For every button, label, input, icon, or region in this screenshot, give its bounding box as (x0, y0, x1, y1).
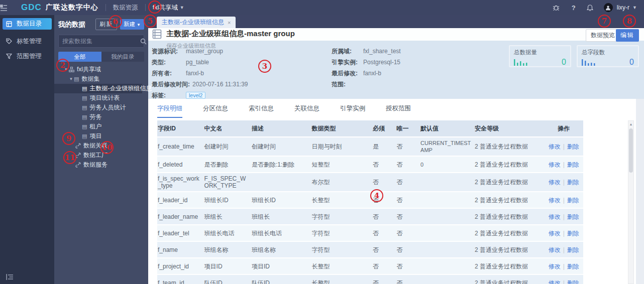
tree-node-label: fxl共享域 (77, 65, 101, 74)
delete-row-link[interactable]: 删除 (567, 230, 579, 237)
cell-field-default (420, 198, 474, 202)
cell-field-security: 2 普通业务过程数据 (474, 228, 544, 239)
stat-card-total-data: 总数据量 0 (509, 45, 571, 67)
edit-row-link[interactable]: 修改 (549, 179, 561, 186)
tab-partition-info[interactable]: 分区信息 (203, 104, 228, 118)
tab-my-catalog[interactable]: 我的目录 (101, 52, 145, 62)
menu-data-resource[interactable]: 数据资源 (113, 4, 138, 12)
delete-row-link[interactable]: 删除 (567, 246, 579, 253)
search-input[interactable] (62, 38, 140, 45)
sidebar-item-tag-management[interactable]: 标签管理 (0, 34, 54, 49)
meta-label: 所属域: (332, 48, 361, 55)
cell-field-desc: 班组长ID (251, 195, 311, 206)
cell-operations: 修改|删除 (544, 261, 583, 272)
divider (145, 4, 146, 11)
tag-level2-chip[interactable]: level2 (186, 92, 205, 99)
cell-field-name: 班组名称 (204, 244, 251, 255)
gdc-logo: GDC (21, 3, 42, 13)
cell-operations: 修改|删除 (544, 159, 583, 170)
close-tab-icon[interactable]: × (228, 20, 231, 26)
scrollbar-thumb[interactable] (629, 128, 633, 173)
table-scrollbar[interactable]: ▲ (628, 120, 634, 284)
table-row: f_deleted是否删除是否删除:1:删除短整型否否02 普通业务过程数据修改… (157, 157, 583, 172)
cell-field-security: 2 普通业务过程数据 (474, 141, 544, 152)
delete-row-link[interactable]: 删除 (567, 213, 579, 220)
domain-icon (69, 67, 74, 72)
table-row: f_leader_tel班组长电话班组长电话字符型否否2 普通业务过程数据修改|… (157, 225, 583, 241)
username[interactable]: lixy-r (617, 4, 629, 11)
tab-engine-instance[interactable]: 引擎实例 (340, 104, 365, 118)
cell-field-required: 否 (372, 159, 396, 170)
tree-node-dataset[interactable]: ▤ 项目统计表 (54, 93, 148, 103)
delete-row-link[interactable]: 删除 (567, 179, 579, 186)
edit-button[interactable]: 编辑 (616, 29, 639, 42)
user-chevron-down-icon[interactable]: ▼ (632, 5, 637, 10)
sidebar-item-data-catalog[interactable]: 数据目录 (3, 18, 52, 30)
dataset-icon: ▤ (82, 95, 87, 101)
delete-row-link[interactable]: 删除 (567, 161, 579, 168)
cell-field-id: f_is_spec_work_type (157, 173, 204, 191)
edit-row-link[interactable]: 修改 (549, 230, 561, 237)
cell-field-type: 字符型 (311, 244, 372, 255)
edit-row-link[interactable]: 修改 (549, 246, 561, 253)
op-separator: | (563, 246, 565, 253)
edit-row-link[interactable]: 修改 (549, 143, 561, 150)
scroll-up-icon[interactable]: ▲ (628, 121, 633, 127)
edit-row-link[interactable]: 修改 (549, 197, 561, 204)
expand-caret-icon[interactable]: ▼ (68, 77, 74, 81)
delete-row-link[interactable]: 删除 (567, 143, 579, 150)
delete-row-link[interactable]: 删除 (567, 263, 579, 270)
edit-row-link[interactable]: 修改 (549, 279, 561, 284)
new-button[interactable]: 新建 ▼ (120, 19, 144, 30)
cell-field-type: 短整型 (311, 159, 372, 170)
tree-node-label: 数据服务 (83, 161, 108, 169)
cell-field-name: 队伍ID (204, 277, 251, 284)
tree-node-dataset-selected[interactable]: ▤ 主数据-企业级班组信息 (54, 84, 142, 93)
avatar[interactable] (604, 3, 613, 12)
tree-node-dataset[interactable]: ▤ 劳务 (54, 112, 148, 122)
collapse-sidebar-icon[interactable] (6, 274, 14, 280)
tab-index-info[interactable]: 索引信息 (249, 104, 274, 118)
funnel-icon (6, 53, 13, 59)
dataset-icon: ▤ (82, 114, 87, 120)
op-separator: | (563, 179, 565, 186)
dataset-search-box[interactable] (58, 35, 144, 48)
panel-title: 我的数据 (58, 20, 85, 29)
bar-sparkline-icon (514, 59, 531, 66)
tree-node-dataset-group[interactable]: ▼ ▤ 数据集 (54, 74, 148, 84)
cell-field-type: 长整型 (311, 261, 372, 272)
tree-node-dataset[interactable]: ▤ 租户 (54, 122, 148, 131)
app-menu-icon[interactable] (0, 5, 15, 11)
meta-label: 最后修改时间: (152, 81, 190, 88)
cell-field-default (420, 231, 474, 235)
op-separator: | (563, 213, 565, 220)
annotation-circle-4: 4 (370, 189, 383, 202)
edit-row-link[interactable]: 修改 (549, 263, 561, 270)
edit-row-link[interactable]: 修改 (549, 213, 561, 220)
bug-icon[interactable] (553, 4, 561, 11)
delete-row-link[interactable]: 删除 (567, 279, 579, 284)
tree-node-label: 劳务人员统计 (89, 103, 126, 112)
tab-auth-scope[interactable]: 授权范围 (386, 104, 411, 118)
chevron-down-icon[interactable]: ▼ (180, 5, 184, 10)
bell-icon[interactable] (587, 4, 595, 11)
cell-field-unique: 否 (396, 195, 420, 206)
meta-label: 所有者: (152, 70, 183, 77)
tab-field-detail[interactable]: 字段明细 (157, 104, 182, 118)
delete-row-link[interactable]: 删除 (567, 197, 579, 204)
meta-label: 引擎实例: (332, 59, 361, 66)
cell-field-default: CURRENT_TIMESTAMP (420, 137, 474, 156)
help-icon[interactable]: ? (570, 4, 578, 12)
tab-relation-info[interactable]: 关联信息 (294, 104, 319, 118)
header-cell: 操作 (544, 123, 583, 134)
dataset-detail-header: 主数据-企业级班组信息-master group 保存企业级班组信息 数据预览 … (148, 28, 644, 99)
sidebar-item-scope-management[interactable]: 范围管理 (0, 49, 54, 64)
search-icon[interactable] (140, 38, 147, 45)
open-document-tab[interactable]: 主数据-企业级班组信息 × (157, 17, 236, 28)
link-icon (75, 162, 81, 168)
tree-node-dataset[interactable]: ▤ 劳务人员统计 (54, 103, 148, 112)
op-separator: | (563, 197, 565, 204)
data-preview-button[interactable]: 数据预览 (586, 29, 620, 42)
annotation-circle-3: 3 (258, 60, 271, 73)
edit-row-link[interactable]: 修改 (549, 161, 561, 168)
